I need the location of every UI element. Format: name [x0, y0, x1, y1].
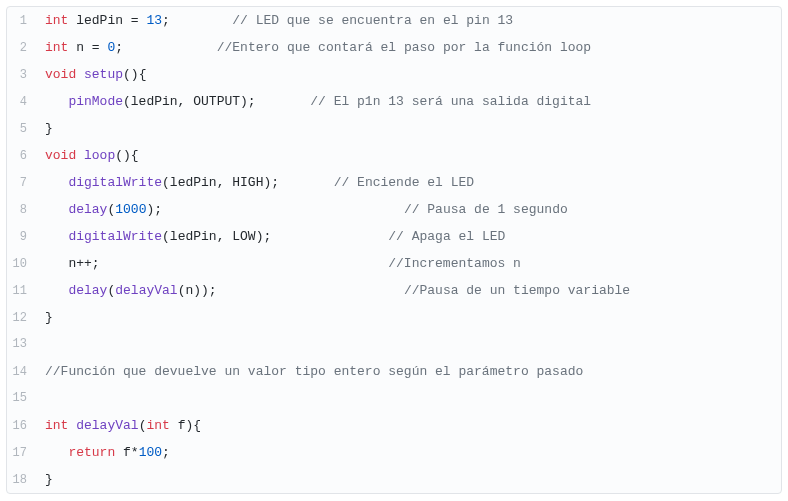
line-number: 12 [7, 305, 37, 332]
token-plain: } [45, 472, 53, 487]
code-line: 16int delayVal(int f){ [7, 412, 781, 439]
token-num: 13 [146, 13, 162, 28]
code-line: 18} [7, 466, 781, 493]
code-line: 17 return f*100; [7, 439, 781, 466]
token-cmt: // LED que se encuentra en el pin 13 [232, 13, 513, 28]
token-fn: delayVal [115, 283, 177, 298]
token-num: 100 [139, 445, 162, 460]
token-kw: void [45, 67, 84, 82]
line-number: 16 [7, 413, 37, 440]
code-line: 4 pinMode(ledPin, OUTPUT); // El p1n 13 … [7, 88, 781, 115]
line-content: int ledPin = 13; // LED que se encuentra… [37, 7, 781, 34]
token-fn: pinMode [68, 94, 123, 109]
token-kw: void [45, 148, 84, 163]
token-fn: delay [68, 202, 107, 217]
line-content: digitalWrite(ledPin, LOW); // Apaga el L… [37, 223, 781, 250]
line-number: 13 [7, 331, 37, 358]
token-cmt: //Incrementamos n [388, 256, 521, 271]
code-line: 6void loop(){ [7, 142, 781, 169]
token-plain: f* [123, 445, 139, 460]
token-fn: digitalWrite [68, 175, 162, 190]
token-plain [45, 94, 68, 109]
token-kw: return [68, 445, 123, 460]
line-content: delay(1000); // Pausa de 1 segundo [37, 196, 781, 223]
token-plain: (ledPin, LOW); [162, 229, 388, 244]
token-fn: loop [84, 148, 115, 163]
token-kw: int [45, 418, 76, 433]
line-number: 9 [7, 224, 37, 251]
line-number: 3 [7, 62, 37, 89]
line-number: 2 [7, 35, 37, 62]
line-content: pinMode(ledPin, OUTPUT); // El p1n 13 se… [37, 88, 781, 115]
line-number: 10 [7, 251, 37, 278]
token-plain: n [76, 40, 92, 55]
line-content: //Función que devuelve un valor tipo ent… [37, 358, 781, 385]
token-plain [45, 175, 68, 190]
token-plain: ); [146, 202, 403, 217]
token-cmt: //Entero que contará el paso por la func… [217, 40, 591, 55]
line-number: 6 [7, 143, 37, 170]
line-number: 15 [7, 385, 37, 412]
code-line: 8 delay(1000); // Pausa de 1 segundo [7, 196, 781, 223]
line-number: 17 [7, 440, 37, 467]
code-line: 9 digitalWrite(ledPin, LOW); // Apaga el… [7, 223, 781, 250]
line-content: int n = 0; //Entero que contará el paso … [37, 34, 781, 61]
line-number: 14 [7, 359, 37, 386]
code-line: 13 [7, 331, 781, 358]
token-plain: f){ [178, 418, 201, 433]
token-plain: (ledPin, HIGH); [162, 175, 334, 190]
line-content: return f*100; [37, 439, 781, 466]
code-line: 7 digitalWrite(ledPin, HIGH); // Enciend… [7, 169, 781, 196]
line-content: void loop(){ [37, 142, 781, 169]
token-plain: = [131, 13, 147, 28]
token-plain: ; [115, 40, 216, 55]
line-content: } [37, 115, 781, 142]
code-line: 2int n = 0; //Entero que contará el paso… [7, 34, 781, 61]
token-cmt: // Apaga el LED [388, 229, 505, 244]
token-fn: digitalWrite [68, 229, 162, 244]
line-content: void setup(){ [37, 61, 781, 88]
line-content: } [37, 466, 781, 493]
token-plain: = [92, 40, 108, 55]
token-num: 1000 [115, 202, 146, 217]
token-plain: (){ [115, 148, 138, 163]
line-content: int delayVal(int f){ [37, 412, 781, 439]
token-fn: delay [68, 283, 107, 298]
line-content: digitalWrite(ledPin, HIGH); // Enciende … [37, 169, 781, 196]
token-cmt: // Pausa de 1 segundo [404, 202, 568, 217]
line-number: 7 [7, 170, 37, 197]
token-cmt: //Pausa de un tiempo variable [404, 283, 630, 298]
token-cmt: // Enciende el LED [334, 175, 474, 190]
code-line: 11 delay(delayVal(n)); //Pausa de un tie… [7, 277, 781, 304]
line-number: 5 [7, 116, 37, 143]
token-plain: } [45, 121, 53, 136]
token-plain: (ledPin, OUTPUT); [123, 94, 310, 109]
line-content: delay(delayVal(n)); //Pausa de un tiempo… [37, 277, 781, 304]
token-cmt: // El p1n 13 será una salida digital [310, 94, 591, 109]
code-line: 10 n++; //Incrementamos n [7, 250, 781, 277]
token-fn: delayVal [76, 418, 138, 433]
token-plain: ; [162, 13, 232, 28]
token-plain: ; [162, 445, 170, 460]
token-plain: } [45, 310, 53, 325]
token-plain: n++; [45, 256, 388, 271]
line-number: 18 [7, 467, 37, 494]
line-content: n++; //Incrementamos n [37, 250, 781, 277]
code-line: 12} [7, 304, 781, 331]
line-number: 11 [7, 278, 37, 305]
token-plain: ledPin [76, 13, 131, 28]
token-kw: int [45, 13, 76, 28]
code-line: 3void setup(){ [7, 61, 781, 88]
token-fn: setup [84, 67, 123, 82]
token-plain [45, 445, 68, 460]
token-cmt: //Función que devuelve un valor tipo ent… [45, 364, 583, 379]
line-number: 4 [7, 89, 37, 116]
token-kw: int [45, 40, 76, 55]
token-plain [45, 229, 68, 244]
code-line: 5} [7, 115, 781, 142]
code-line: 14//Función que devuelve un valor tipo e… [7, 358, 781, 385]
code-line: 1int ledPin = 13; // LED que se encuentr… [7, 7, 781, 34]
line-number: 8 [7, 197, 37, 224]
code-block: 1int ledPin = 13; // LED que se encuentr… [6, 6, 782, 494]
token-plain [45, 283, 68, 298]
